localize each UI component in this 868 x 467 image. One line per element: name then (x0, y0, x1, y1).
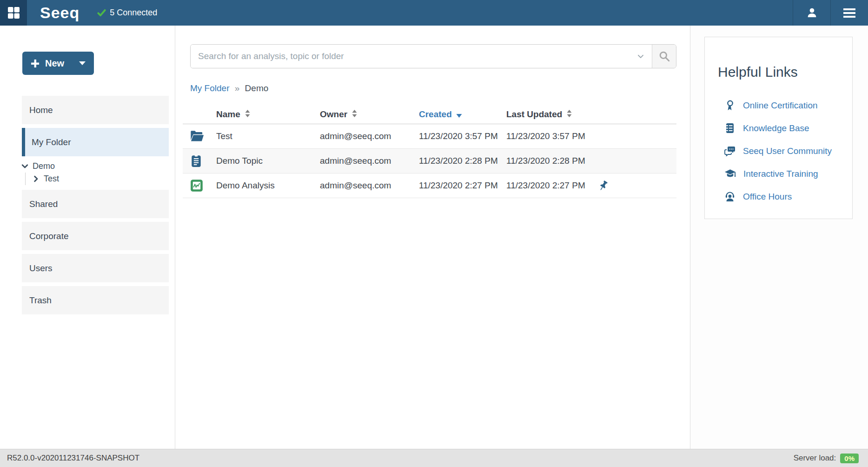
tree-item-demo[interactable]: Demo (21, 160, 169, 173)
item-name[interactable]: Demo Analysis (216, 180, 320, 191)
new-button-label: New (45, 58, 64, 69)
item-created: 11/23/2020 2:28 PM (419, 156, 506, 166)
server-load-label: Server load: (794, 454, 836, 463)
sidebar-item-shared[interactable]: Shared (22, 190, 169, 218)
user-profile-button[interactable] (793, 0, 830, 26)
helpful-links-panel: Helpful Links Online Certification (690, 26, 868, 449)
pin-icon[interactable] (595, 178, 611, 193)
server-load: Server load: 0% (794, 454, 859, 463)
item-updated: 11/23/2020 2:27 PM (506, 180, 595, 191)
folders-sidebar: New Home My Folder Demo (0, 26, 175, 449)
item-updated: 11/23/2020 2:28 PM (506, 156, 595, 166)
breadcrumb: My Folder » Demo (190, 83, 268, 93)
sidebar-item-label: My Folder (32, 137, 71, 147)
link-label: Interactive Training (743, 169, 818, 179)
chevron-right-icon[interactable] (32, 175, 40, 183)
tree-item-label: Test (44, 174, 59, 184)
folder-tree: Demo Test (21, 160, 169, 185)
item-owner: admin@seeq.com (320, 180, 419, 191)
link-label: Office Hours (743, 192, 792, 202)
plus-icon (31, 59, 40, 68)
link-knowledge-base[interactable]: Knowledge Base (724, 117, 841, 140)
seeq-logo-text: Seeq (40, 4, 80, 22)
sort-desc-icon (456, 113, 463, 118)
breadcrumb-separator: » (235, 83, 240, 93)
sidebar-item-home[interactable]: Home (22, 96, 169, 124)
link-label: Seeq User Community (743, 146, 832, 156)
version-label: R52.0.0-v202011231746-SNAPSHOT (7, 454, 139, 463)
breadcrumb-my-folder-link[interactable]: My Folder (190, 83, 229, 93)
helpful-links-title: Helpful Links (718, 64, 841, 80)
item-owner: admin@seeq.com (320, 156, 419, 166)
table-row-demo-topic[interactable]: Demo Topic admin@seeq.com 11/23/2020 2:2… (183, 149, 676, 173)
item-name[interactable]: Test (216, 131, 320, 141)
item-name[interactable]: Demo Topic (216, 156, 320, 166)
grid-icon (7, 7, 20, 19)
connections-status[interactable]: 5 Connected (97, 0, 157, 26)
sort-icon (351, 109, 358, 118)
app-switcher-button[interactable] (0, 0, 27, 26)
main-menu-button[interactable] (830, 0, 868, 26)
award-icon (724, 100, 735, 111)
search-bar (190, 44, 676, 68)
search-options-chevron-icon[interactable] (629, 45, 652, 68)
item-created: 11/23/2020 2:27 PM (419, 180, 506, 191)
search-input[interactable] (191, 45, 629, 68)
chevron-down-icon[interactable] (21, 162, 29, 170)
helpful-links-card: Helpful Links Online Certification (704, 37, 853, 219)
status-bar: R52.0.0-v202011231746-SNAPSHOT Server lo… (0, 449, 868, 467)
connections-status-label: 5 Connected (110, 8, 157, 18)
sort-icon (244, 109, 251, 118)
sidebar-item-label: Corporate (29, 231, 69, 241)
seeq-app: Seeq 5 Connected (0, 0, 868, 467)
sidebar-item-label: Shared (29, 199, 58, 209)
sort-icon (566, 109, 573, 118)
tree-item-test[interactable]: Test (32, 173, 169, 185)
book-icon (724, 123, 735, 133)
server-load-badge: 0% (840, 454, 859, 463)
sidebar-item-my-folder[interactable]: My Folder (22, 128, 169, 156)
items-table: Name Owner (183, 105, 676, 198)
sidebar-item-label: Users (29, 263, 53, 274)
topic-document-icon (190, 154, 202, 167)
sidebar-nav: Home My Folder Demo (0, 96, 175, 318)
item-updated: 11/23/2020 3:57 PM (506, 131, 595, 141)
link-office-hours[interactable]: Office Hours (724, 185, 841, 208)
sidebar-item-label: Trash (29, 295, 52, 306)
tree-item-label: Demo (33, 161, 55, 171)
sidebar-item-users[interactable]: Users (22, 254, 169, 282)
link-interactive-training[interactable]: Interactive Training (724, 162, 841, 185)
sidebar-item-trash[interactable]: Trash (22, 286, 169, 314)
column-header-owner[interactable]: Owner (320, 109, 419, 120)
headset-icon (724, 191, 735, 202)
seeq-logo[interactable]: Seeq (40, 0, 80, 26)
column-header-created[interactable]: Created (419, 109, 506, 120)
sidebar-item-corporate[interactable]: Corporate (22, 222, 169, 250)
comments-icon (724, 146, 735, 156)
link-label: Online Certification (743, 100, 818, 111)
breadcrumb-current: Demo (245, 83, 269, 93)
table-row-demo-analysis[interactable]: Demo Analysis admin@seeq.com 11/23/2020 … (183, 173, 676, 198)
search-icon (658, 50, 670, 62)
check-icon (97, 8, 106, 17)
content-area: My Folder » Demo Name Owner (175, 26, 690, 449)
table-header-row: Name Owner (183, 105, 676, 124)
sidebar-item-label: Home (29, 105, 53, 115)
analysis-chart-icon (190, 179, 203, 192)
hamburger-icon (843, 8, 856, 18)
column-header-name[interactable]: Name (216, 109, 320, 120)
column-header-last-updated[interactable]: Last Updated (506, 109, 595, 120)
item-created: 11/23/2020 3:57 PM (419, 131, 506, 141)
folder-icon (190, 130, 204, 142)
table-row-test[interactable]: Test admin@seeq.com 11/23/2020 3:57 PM 1… (183, 124, 676, 149)
search-button[interactable] (652, 45, 676, 68)
chevron-down-icon[interactable] (79, 61, 86, 65)
link-online-certification[interactable]: Online Certification (724, 94, 841, 117)
user-icon (806, 7, 818, 19)
item-owner: admin@seeq.com (320, 131, 419, 141)
top-navbar: Seeq 5 Connected (0, 0, 868, 26)
graduation-cap-icon (724, 169, 736, 179)
link-label: Knowledge Base (743, 123, 809, 133)
new-button[interactable]: New (22, 52, 94, 75)
link-seeq-user-community[interactable]: Seeq User Community (724, 140, 841, 162)
